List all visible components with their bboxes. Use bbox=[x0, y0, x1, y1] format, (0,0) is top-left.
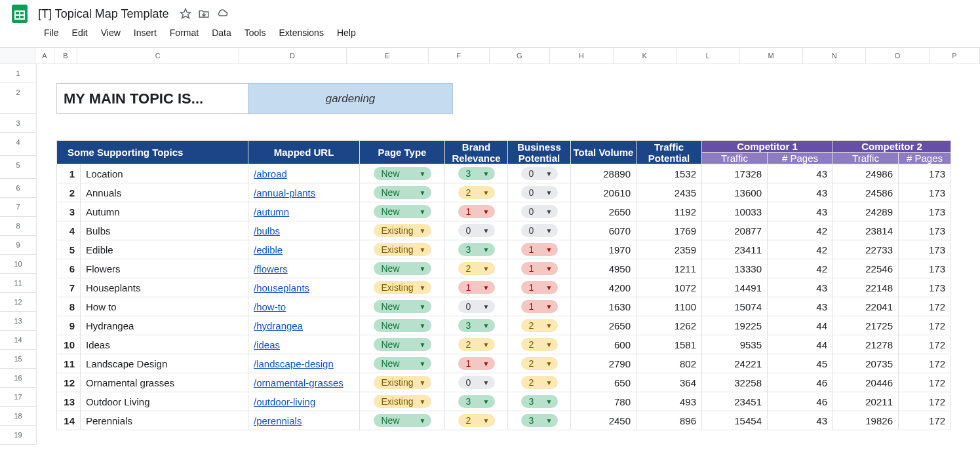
business-potential-chip[interactable]: 0▼ bbox=[521, 205, 558, 218]
menu-help[interactable]: Help bbox=[331, 25, 362, 41]
brand-relevance-chip[interactable]: 3▼ bbox=[458, 167, 495, 180]
brand-relevance-cell[interactable]: 3▼ bbox=[445, 164, 508, 183]
mapped-url[interactable]: /hydrangea bbox=[248, 316, 360, 335]
column-header-P[interactable]: P bbox=[930, 48, 980, 64]
column-header-H[interactable]: H bbox=[550, 48, 613, 64]
c1-pages-cell[interactable]: 43 bbox=[768, 183, 833, 202]
c1-traffic-cell[interactable]: 10033 bbox=[702, 202, 768, 221]
traffic-potential-cell[interactable]: 1211 bbox=[637, 259, 702, 278]
c1-pages-cell[interactable]: 43 bbox=[768, 202, 833, 221]
c1-traffic-cell[interactable]: 24221 bbox=[702, 354, 768, 373]
move-folder-icon[interactable] bbox=[197, 7, 210, 20]
page-type-chip[interactable]: Existing▼ bbox=[374, 395, 431, 408]
page-type-cell[interactable]: Existing▼ bbox=[360, 392, 445, 411]
c2-pages-cell[interactable]: 173 bbox=[899, 221, 951, 240]
page-type-chip[interactable]: Existing▼ bbox=[374, 224, 431, 237]
topic-name[interactable]: Houseplants bbox=[81, 278, 248, 297]
topic-name[interactable]: Ornamental grasses bbox=[81, 373, 248, 392]
total-volume-cell[interactable]: 6070 bbox=[571, 221, 637, 240]
c2-pages-cell[interactable]: 173 bbox=[899, 183, 951, 202]
url-link[interactable]: /edible bbox=[254, 244, 283, 255]
brand-relevance-cell[interactable]: 3▼ bbox=[445, 240, 508, 259]
row-number[interactable]: 11 bbox=[57, 354, 81, 373]
business-potential-chip[interactable]: 0▼ bbox=[521, 167, 558, 180]
url-link[interactable]: /outdoor-living bbox=[254, 396, 315, 407]
c2-traffic-cell[interactable]: 22148 bbox=[833, 278, 899, 297]
c1-pages-cell[interactable]: 43 bbox=[768, 297, 833, 316]
row-header-3[interactable]: 3 bbox=[0, 114, 37, 133]
c2-traffic-cell[interactable]: 24289 bbox=[833, 202, 899, 221]
topic-name[interactable]: Landscape Design bbox=[81, 354, 248, 373]
business-potential-chip[interactable]: 0▼ bbox=[521, 186, 558, 199]
c1-traffic-cell[interactable]: 13600 bbox=[702, 183, 768, 202]
business-potential-cell[interactable]: 1▼ bbox=[508, 240, 571, 259]
row-header-14[interactable]: 14 bbox=[0, 331, 37, 350]
brand-relevance-chip[interactable]: 1▼ bbox=[458, 205, 495, 218]
brand-relevance-chip[interactable]: 0▼ bbox=[458, 376, 495, 389]
mapped-url[interactable]: /abroad bbox=[248, 164, 360, 183]
page-type-cell[interactable]: Existing▼ bbox=[360, 221, 445, 240]
c1-traffic-cell[interactable]: 19225 bbox=[702, 316, 768, 335]
c1-pages-cell[interactable]: 46 bbox=[768, 392, 833, 411]
url-link[interactable]: /how-to bbox=[254, 301, 286, 312]
row-header-1[interactable]: 1 bbox=[0, 64, 37, 83]
page-type-cell[interactable]: Existing▼ bbox=[360, 373, 445, 392]
menu-file[interactable]: File bbox=[38, 25, 65, 41]
c2-pages-cell[interactable]: 172 bbox=[899, 297, 951, 316]
mapped-url[interactable]: /outdoor-living bbox=[248, 392, 360, 411]
row-header-13[interactable]: 13 bbox=[0, 312, 37, 331]
business-potential-cell[interactable]: 1▼ bbox=[508, 278, 571, 297]
page-type-chip[interactable]: New▼ bbox=[374, 338, 431, 351]
c2-pages-cell[interactable]: 172 bbox=[899, 411, 951, 430]
c2-traffic-cell[interactable]: 21278 bbox=[833, 335, 899, 354]
topic-name[interactable]: Hydrangea bbox=[81, 316, 248, 335]
business-potential-cell[interactable]: 2▼ bbox=[508, 335, 571, 354]
total-volume-cell[interactable]: 780 bbox=[571, 392, 637, 411]
url-link[interactable]: /hydrangea bbox=[254, 320, 303, 331]
page-type-chip[interactable]: New▼ bbox=[374, 357, 431, 370]
business-potential-cell[interactable]: 0▼ bbox=[508, 202, 571, 221]
menu-insert[interactable]: Insert bbox=[128, 25, 163, 41]
topic-name[interactable]: Ideas bbox=[81, 335, 248, 354]
mapped-url[interactable]: /perennials bbox=[248, 411, 360, 430]
column-header-F[interactable]: F bbox=[429, 48, 490, 64]
traffic-potential-cell[interactable]: 802 bbox=[637, 354, 702, 373]
page-type-chip[interactable]: New▼ bbox=[374, 300, 431, 313]
traffic-potential-cell[interactable]: 1769 bbox=[637, 221, 702, 240]
traffic-potential-cell[interactable]: 1192 bbox=[637, 202, 702, 221]
row-header-12[interactable]: 12 bbox=[0, 293, 37, 312]
page-type-cell[interactable]: Existing▼ bbox=[360, 278, 445, 297]
c1-traffic-cell[interactable]: 23411 bbox=[702, 240, 768, 259]
menu-extensions[interactable]: Extensions bbox=[273, 25, 329, 41]
row-number[interactable]: 2 bbox=[57, 183, 81, 202]
total-volume-cell[interactable]: 20610 bbox=[571, 183, 637, 202]
topic-name[interactable]: Outdoor Living bbox=[81, 392, 248, 411]
business-potential-chip[interactable]: 2▼ bbox=[521, 357, 558, 370]
menu-format[interactable]: Format bbox=[164, 25, 205, 41]
c1-traffic-cell[interactable]: 23451 bbox=[702, 392, 768, 411]
traffic-potential-cell[interactable]: 896 bbox=[637, 411, 702, 430]
url-link[interactable]: /autumn bbox=[254, 206, 289, 217]
column-header-N[interactable]: N bbox=[803, 48, 866, 64]
spreadsheet-grid[interactable]: ABCDEFGHKLMNOP 1234567891011121314151617… bbox=[0, 47, 980, 445]
mapped-url[interactable]: /edible bbox=[248, 240, 360, 259]
c1-traffic-cell[interactable]: 14491 bbox=[702, 278, 768, 297]
total-volume-cell[interactable]: 1630 bbox=[571, 297, 637, 316]
total-volume-cell[interactable]: 4200 bbox=[571, 278, 637, 297]
mapped-url[interactable]: /ideas bbox=[248, 335, 360, 354]
page-type-cell[interactable]: New▼ bbox=[360, 335, 445, 354]
page-type-cell[interactable]: Existing▼ bbox=[360, 240, 445, 259]
business-potential-cell[interactable]: 2▼ bbox=[508, 316, 571, 335]
total-volume-cell[interactable]: 600 bbox=[571, 335, 637, 354]
business-potential-cell[interactable]: 3▼ bbox=[508, 392, 571, 411]
column-header-D[interactable]: D bbox=[239, 48, 347, 64]
row-number[interactable]: 5 bbox=[57, 240, 81, 259]
traffic-potential-cell[interactable]: 364 bbox=[637, 373, 702, 392]
url-link[interactable]: /annual-plants bbox=[254, 187, 315, 198]
url-link[interactable]: /abroad bbox=[254, 168, 287, 179]
business-potential-chip[interactable]: 2▼ bbox=[521, 376, 558, 389]
total-volume-cell[interactable]: 2790 bbox=[571, 354, 637, 373]
business-potential-chip[interactable]: 2▼ bbox=[521, 319, 558, 332]
row-number[interactable]: 10 bbox=[57, 335, 81, 354]
business-potential-cell[interactable]: 1▼ bbox=[508, 297, 571, 316]
